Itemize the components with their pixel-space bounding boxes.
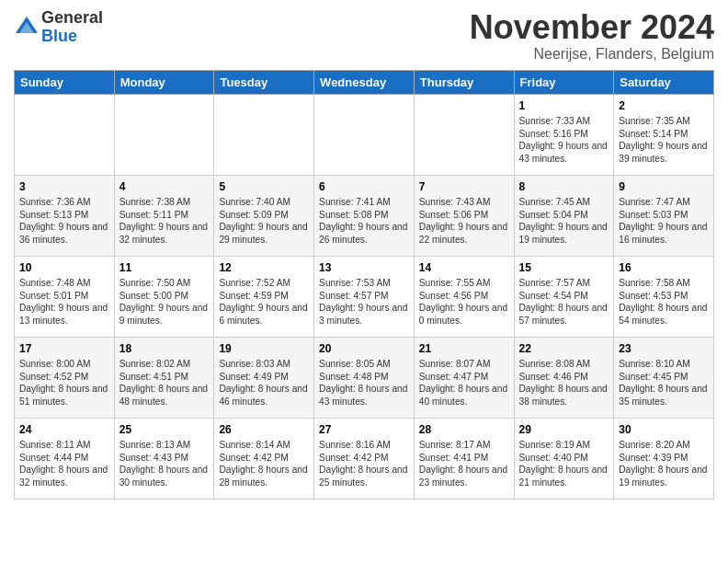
table-row: 30Sunrise: 8:20 AMSunset: 4:39 PMDayligh… [614,418,714,499]
table-row: 12Sunrise: 7:52 AMSunset: 4:59 PMDayligh… [214,256,314,337]
calendar-week-row: 17Sunrise: 8:00 AMSunset: 4:52 PMDayligh… [15,337,714,418]
day-number: 12 [219,260,309,275]
table-row: 19Sunrise: 8:03 AMSunset: 4:49 PMDayligh… [214,337,314,418]
day-number: 24 [19,422,109,437]
day-info: Sunrise: 7:36 AMSunset: 5:13 PMDaylight:… [19,196,109,247]
day-info: Sunrise: 8:13 AMSunset: 4:43 PMDaylight:… [119,439,210,489]
col-friday: Friday [514,70,614,94]
table-row: 10Sunrise: 7:48 AMSunset: 5:01 PMDayligh… [15,256,115,337]
table-row: 9Sunrise: 7:47 AMSunset: 5:03 PMDaylight… [614,175,714,256]
day-number: 26 [219,422,309,437]
col-monday: Monday [114,70,214,94]
day-info: Sunrise: 8:20 AMSunset: 4:39 PMDaylight:… [619,439,709,489]
day-number: 28 [419,422,509,437]
calendar-week-row: 24Sunrise: 8:11 AMSunset: 4:44 PMDayligh… [15,418,714,499]
calendar-week-row: 1Sunrise: 7:33 AMSunset: 5:16 PMDaylight… [15,94,714,175]
table-row [414,94,514,175]
day-number: 3 [19,179,109,194]
day-info: Sunrise: 7:52 AMSunset: 4:59 PMDaylight:… [219,277,309,327]
table-row: 18Sunrise: 8:02 AMSunset: 4:51 PMDayligh… [114,337,214,418]
table-row: 27Sunrise: 8:16 AMSunset: 4:42 PMDayligh… [314,418,415,499]
day-info: Sunrise: 8:10 AMSunset: 4:45 PMDaylight:… [619,358,709,408]
day-info: Sunrise: 7:50 AMSunset: 5:00 PMDaylight:… [119,277,210,327]
day-info: Sunrise: 7:35 AMSunset: 5:14 PMDaylight:… [619,115,709,166]
day-info: Sunrise: 8:14 AMSunset: 4:42 PMDaylight:… [219,439,309,489]
logo-general: General [41,9,103,28]
day-number: 21 [419,341,509,356]
month-title: November 2024 [470,9,714,46]
table-row [214,94,314,175]
calendar-header-row: Sunday Monday Tuesday Wednesday Thursday… [15,70,714,94]
day-number: 27 [319,422,409,437]
col-saturday: Saturday [614,70,714,94]
table-row: 22Sunrise: 8:08 AMSunset: 4:46 PMDayligh… [514,337,614,418]
day-info: Sunrise: 7:55 AMSunset: 4:56 PMDaylight:… [419,277,509,327]
day-number: 20 [319,341,409,356]
day-number: 30 [619,422,709,437]
table-row: 21Sunrise: 8:07 AMSunset: 4:47 PMDayligh… [414,337,514,418]
col-thursday: Thursday [414,70,514,94]
table-row: 13Sunrise: 7:53 AMSunset: 4:57 PMDayligh… [314,256,415,337]
day-info: Sunrise: 7:38 AMSunset: 5:11 PMDaylight:… [119,196,210,247]
header: General Blue November 2024 Neerijse, Fla… [14,9,714,63]
table-row: 24Sunrise: 8:11 AMSunset: 4:44 PMDayligh… [15,418,115,499]
day-info: Sunrise: 7:53 AMSunset: 4:57 PMDaylight:… [319,277,409,327]
day-info: Sunrise: 7:45 AMSunset: 5:04 PMDaylight:… [519,196,609,247]
day-info: Sunrise: 7:43 AMSunset: 5:06 PMDaylight:… [419,196,509,247]
table-row: 23Sunrise: 8:10 AMSunset: 4:45 PMDayligh… [614,337,714,418]
day-number: 29 [519,422,609,437]
day-number: 6 [319,179,409,194]
day-info: Sunrise: 8:17 AMSunset: 4:41 PMDaylight:… [419,439,509,489]
table-row: 3Sunrise: 7:36 AMSunset: 5:13 PMDaylight… [15,175,115,256]
day-number: 5 [219,179,309,194]
day-info: Sunrise: 7:47 AMSunset: 5:03 PMDaylight:… [619,196,709,247]
day-info: Sunrise: 7:40 AMSunset: 5:09 PMDaylight:… [219,196,309,247]
day-number: 15 [519,260,609,275]
day-number: 2 [619,98,709,113]
day-info: Sunrise: 7:48 AMSunset: 5:01 PMDaylight:… [19,277,109,327]
col-wednesday: Wednesday [314,70,415,94]
table-row: 15Sunrise: 7:57 AMSunset: 4:54 PMDayligh… [514,256,614,337]
table-row: 6Sunrise: 7:41 AMSunset: 5:08 PMDaylight… [314,175,415,256]
table-row: 8Sunrise: 7:45 AMSunset: 5:04 PMDaylight… [514,175,614,256]
col-sunday: Sunday [15,70,115,94]
table-row: 1Sunrise: 7:33 AMSunset: 5:16 PMDaylight… [514,94,614,175]
day-info: Sunrise: 7:57 AMSunset: 4:54 PMDaylight:… [519,277,609,327]
day-number: 11 [119,260,210,275]
day-number: 4 [119,179,210,194]
table-row: 5Sunrise: 7:40 AMSunset: 5:09 PMDaylight… [214,175,314,256]
day-number: 13 [319,260,409,275]
calendar-week-row: 10Sunrise: 7:48 AMSunset: 5:01 PMDayligh… [15,256,714,337]
title-section: November 2024 Neerijse, Flanders, Belgiu… [470,9,714,63]
day-info: Sunrise: 8:00 AMSunset: 4:52 PMDaylight:… [19,358,109,408]
location-subtitle: Neerijse, Flanders, Belgium [470,46,714,63]
day-info: Sunrise: 8:16 AMSunset: 4:42 PMDaylight:… [319,439,409,489]
day-info: Sunrise: 8:07 AMSunset: 4:47 PMDaylight:… [419,358,509,408]
day-number: 14 [419,260,509,275]
table-row: 7Sunrise: 7:43 AMSunset: 5:06 PMDaylight… [414,175,514,256]
day-info: Sunrise: 8:02 AMSunset: 4:51 PMDaylight:… [119,358,210,408]
table-row: 2Sunrise: 7:35 AMSunset: 5:14 PMDaylight… [614,94,714,175]
table-row: 16Sunrise: 7:58 AMSunset: 4:53 PMDayligh… [614,256,714,337]
calendar-page: General Blue November 2024 Neerijse, Fla… [0,0,728,563]
day-number: 10 [19,260,109,275]
calendar-week-row: 3Sunrise: 7:36 AMSunset: 5:13 PMDaylight… [15,175,714,256]
day-info: Sunrise: 7:33 AMSunset: 5:16 PMDaylight:… [519,115,609,166]
logo: General Blue [14,9,103,46]
table-row: 26Sunrise: 8:14 AMSunset: 4:42 PMDayligh… [214,418,314,499]
table-row [114,94,214,175]
table-row: 25Sunrise: 8:13 AMSunset: 4:43 PMDayligh… [114,418,214,499]
day-info: Sunrise: 8:08 AMSunset: 4:46 PMDaylight:… [519,358,609,408]
table-row: 14Sunrise: 7:55 AMSunset: 4:56 PMDayligh… [414,256,514,337]
table-row: 20Sunrise: 8:05 AMSunset: 4:48 PMDayligh… [314,337,415,418]
logo-text: General Blue [41,9,103,46]
logo-blue: Blue [41,28,103,46]
day-number: 8 [519,179,609,194]
table-row: 4Sunrise: 7:38 AMSunset: 5:11 PMDaylight… [114,175,214,256]
table-row: 11Sunrise: 7:50 AMSunset: 5:00 PMDayligh… [114,256,214,337]
day-number: 18 [119,341,210,356]
day-number: 22 [519,341,609,356]
day-number: 9 [619,179,709,194]
day-number: 23 [619,341,709,356]
day-info: Sunrise: 7:58 AMSunset: 4:53 PMDaylight:… [619,277,709,327]
